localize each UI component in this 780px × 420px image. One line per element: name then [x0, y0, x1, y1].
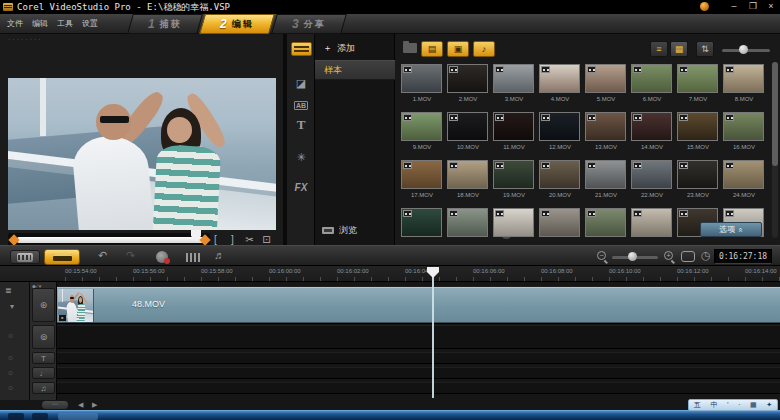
- timeline-clip[interactable]: ▸ 48.MOV: [57, 287, 780, 323]
- media-thumbnail-cell[interactable]: 16.MOV: [721, 110, 767, 158]
- media-thumbnail[interactable]: [493, 160, 534, 189]
- media-thumbnail-cell[interactable]: 21.MOV: [583, 158, 629, 206]
- fit-project-icon[interactable]: [681, 251, 695, 262]
- preview-video[interactable]: [8, 78, 276, 230]
- gallery-folder-samples[interactable]: 样本: [315, 60, 395, 80]
- folder-icon[interactable]: [403, 43, 417, 53]
- media-thumbnail[interactable]: [539, 64, 580, 93]
- media-thumbnail[interactable]: [723, 160, 764, 189]
- media-thumbnail[interactable]: [631, 160, 672, 189]
- media-thumbnail-cell[interactable]: 3.MOV: [491, 62, 537, 110]
- media-thumbnail-cell[interactable]: 24.MOV: [721, 158, 767, 206]
- timeline-timecode[interactable]: 0:16:27:18: [714, 249, 772, 264]
- enlarge-button[interactable]: ⊡: [261, 234, 272, 245]
- media-thumbnail[interactable]: [585, 64, 626, 93]
- storyboard-view-button[interactable]: [10, 250, 40, 264]
- filter-fx-icon[interactable]: FX: [290, 178, 312, 196]
- overlay-track-button[interactable]: ⊚: [32, 325, 55, 349]
- media-thumbnail[interactable]: [493, 112, 534, 141]
- sort-button[interactable]: ⇅: [696, 41, 714, 57]
- media-thumbnail[interactable]: [539, 112, 580, 141]
- media-thumbnail-cell[interactable]: 15.MOV: [675, 110, 721, 158]
- browse-button[interactable]: 浏览: [315, 222, 395, 238]
- redo-button[interactable]: ↷: [126, 249, 135, 262]
- mark-in-button[interactable]: [: [210, 234, 221, 245]
- menu-settings[interactable]: 设置: [82, 14, 107, 34]
- media-thumbnail-cell[interactable]: [537, 206, 583, 238]
- show-photos-button[interactable]: ▣: [447, 41, 469, 57]
- media-thumbnail[interactable]: [447, 208, 488, 237]
- transition-icon[interactable]: ◪: [290, 74, 312, 92]
- graphic-icon[interactable]: ✳: [290, 148, 312, 166]
- ime-punct-icon[interactable]: ’: [727, 400, 729, 410]
- ime-mode-icon[interactable]: 五: [694, 400, 701, 410]
- media-thumbnail[interactable]: [401, 160, 442, 189]
- media-thumbnail[interactable]: [585, 208, 626, 237]
- media-thumbnail[interactable]: [585, 112, 626, 141]
- title-track-button[interactable]: T: [32, 352, 55, 364]
- media-thumbnail[interactable]: [677, 64, 718, 93]
- overlay-track-row[interactable]: [57, 325, 780, 349]
- media-thumbnail[interactable]: [631, 64, 672, 93]
- media-thumbnail-cell[interactable]: 20.MOV: [537, 158, 583, 206]
- media-thumbnail-cell[interactable]: 5.MOV: [583, 62, 629, 110]
- voice-track-row[interactable]: [57, 367, 780, 379]
- library-scrollbar-thumb[interactable]: [772, 62, 778, 166]
- timeline-drag-handle[interactable]: ········: [2, 242, 37, 249]
- menu-file[interactable]: 文件: [7, 14, 32, 34]
- options-button[interactable]: 选项«: [700, 222, 762, 237]
- music-track-row[interactable]: [57, 382, 780, 394]
- ime-chinese-icon[interactable]: 中: [710, 400, 717, 410]
- media-thumbnail-cell[interactable]: [629, 206, 675, 238]
- media-thumbnail[interactable]: [677, 160, 718, 189]
- sound-mixer-icon[interactable]: [186, 253, 200, 262]
- media-thumbnail[interactable]: [447, 160, 488, 189]
- media-thumbnail[interactable]: [539, 160, 580, 189]
- track-collapse-icon[interactable]: ▾: [10, 302, 14, 311]
- list-view-button[interactable]: ≡: [650, 41, 668, 57]
- restore-button[interactable]: ❐: [745, 0, 761, 13]
- video-track-row[interactable]: ▸ 48.MOV: [57, 286, 780, 324]
- media-thumbnail[interactable]: [539, 208, 580, 237]
- media-thumbnail-cell[interactable]: 12.MOV: [537, 110, 583, 158]
- windows-taskbar[interactable]: [0, 410, 780, 420]
- show-audio-button[interactable]: ♪: [473, 41, 495, 57]
- step-tab-share[interactable]: 3分享: [271, 14, 347, 34]
- media-thumbnail-cell[interactable]: 11.MOV: [491, 110, 537, 158]
- menu-edit[interactable]: 编辑: [32, 14, 57, 34]
- scroll-left-icon[interactable]: ◀: [78, 401, 83, 409]
- undo-button[interactable]: ↶: [98, 249, 107, 262]
- voice-track-button[interactable]: ♩: [32, 367, 55, 379]
- step-tab-capture[interactable]: 1捕获: [127, 14, 203, 34]
- media-thumbnail-cell[interactable]: 22.MOV: [629, 158, 675, 206]
- media-thumbnail-cell[interactable]: 17.MOV: [399, 158, 445, 206]
- media-thumbnail-cell[interactable]: [399, 206, 445, 238]
- media-thumbnail-cell[interactable]: [491, 206, 537, 238]
- record-capture-icon[interactable]: [156, 251, 168, 263]
- playhead-line[interactable]: [432, 268, 434, 398]
- media-thumbnail-cell[interactable]: 23.MOV: [675, 158, 721, 206]
- show-videos-button[interactable]: ▤: [421, 41, 443, 57]
- timeline-view-button[interactable]: [44, 249, 80, 265]
- title-ab-icon[interactable]: AB: [290, 96, 312, 114]
- media-thumbnail[interactable]: [401, 208, 442, 237]
- close-button[interactable]: ×: [763, 0, 779, 13]
- subtitle-icon[interactable]: T: [290, 116, 312, 134]
- ime-keyboard-icon[interactable]: ▦: [750, 400, 757, 410]
- minimize-button[interactable]: –: [726, 0, 742, 13]
- library-scrollbar[interactable]: [772, 62, 778, 238]
- media-thumbnail-cell[interactable]: 6.MOV: [629, 62, 675, 110]
- media-thumbnail-cell[interactable]: 7.MOV: [675, 62, 721, 110]
- media-thumbnail[interactable]: [401, 64, 442, 93]
- media-thumbnail-cell[interactable]: 14.MOV: [629, 110, 675, 158]
- media-thumbnail[interactable]: [401, 112, 442, 141]
- media-thumbnail-cell[interactable]: 9.MOV: [399, 110, 445, 158]
- media-thumbnail[interactable]: [447, 64, 488, 93]
- media-thumbnail-cell[interactable]: 1.MOV: [399, 62, 445, 110]
- media-thumbnail[interactable]: [631, 208, 672, 237]
- taskbar-item[interactable]: [58, 413, 98, 420]
- trim-range[interactable]: [17, 237, 206, 243]
- clock-icon[interactable]: ◷: [701, 249, 711, 262]
- track-scroll-pill[interactable]: ⋯: [42, 401, 68, 409]
- scroll-right-icon[interactable]: ▶: [92, 401, 97, 409]
